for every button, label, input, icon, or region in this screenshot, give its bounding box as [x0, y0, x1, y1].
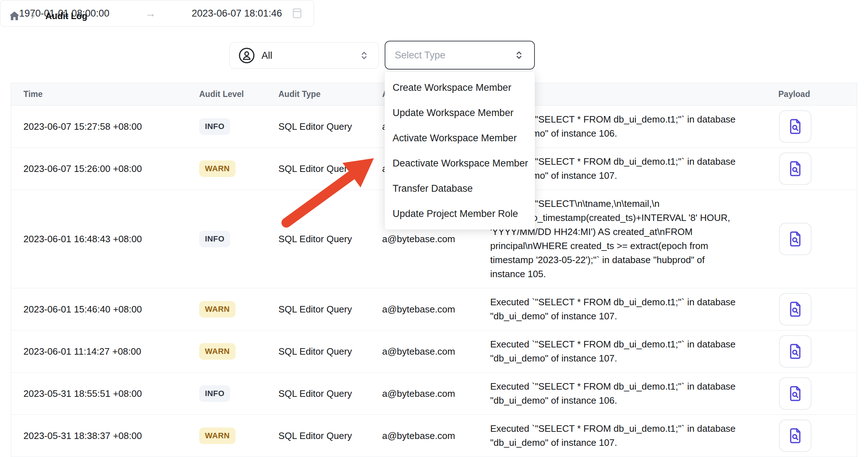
cell-audit-level: WARN — [187, 427, 266, 444]
type-filter-select[interactable]: Select Type — [385, 41, 535, 70]
audit-level-badge: INFO — [199, 118, 230, 135]
cell-payload — [766, 335, 856, 368]
file-search-icon — [787, 301, 803, 318]
cell-audit-type: SQL Editor Query — [266, 346, 370, 357]
cell-audit-level: INFO — [187, 385, 266, 402]
table-row: 2023-05-31 18:55:51 +08:00 INFO SQL Edit… — [11, 373, 857, 415]
cell-audit-type: SQL Editor Query — [266, 121, 370, 132]
file-search-icon — [787, 160, 803, 177]
cell-comment: Executed `"SELECT * FROM db_ui_demo.t1;"… — [478, 288, 766, 330]
column-header-audit-level: Audit Level — [187, 89, 266, 99]
arrow-right-icon: → — [109, 7, 192, 19]
audit-level-badge: WARN — [199, 343, 236, 360]
cell-comment: Executed `"SELECT * FROM db_ui_demo.t1;"… — [478, 330, 766, 372]
cell-comment: Executed `"SELECT * FROM db_ui_demo.t1;"… — [478, 373, 766, 414]
file-search-icon — [787, 343, 803, 360]
cell-audit-level: WARN — [187, 160, 266, 177]
cell-payload — [766, 152, 856, 185]
cell-audit-type: SQL Editor Query — [266, 304, 370, 315]
view-payload-button[interactable] — [779, 293, 811, 325]
home-icon[interactable] — [9, 10, 20, 22]
actor-filter-value: All — [261, 50, 272, 61]
file-search-icon — [787, 230, 803, 248]
view-payload-button[interactable] — [779, 152, 811, 185]
audit-level-badge: INFO — [199, 385, 230, 402]
view-payload-button[interactable] — [779, 335, 811, 368]
cell-payload — [766, 293, 856, 325]
audit-level-badge: INFO — [199, 231, 230, 247]
cell-actor: a@bytebase.com — [370, 304, 478, 315]
cell-payload — [766, 223, 856, 255]
cell-audit-level: WARN — [187, 301, 266, 318]
cell-actor: a@bytebase.com — [370, 234, 478, 245]
cell-time: 2023-06-01 11:14:27 +08:00 — [11, 346, 187, 357]
cell-time: 2023-06-01 16:48:43 +08:00 — [11, 234, 187, 245]
audit-level-badge: WARN — [199, 160, 236, 177]
file-search-icon — [787, 427, 803, 444]
type-menu-item[interactable]: Deactivate Workspace Member — [385, 151, 535, 176]
cell-time: 2023-06-07 15:27:58 +08:00 — [11, 121, 187, 132]
cell-time: 2023-05-31 18:55:51 +08:00 — [11, 388, 187, 399]
cell-comment: Executed `"SELECT * FROM db_ui_demo.t1;"… — [478, 415, 766, 457]
file-search-icon — [787, 385, 803, 402]
cell-audit-type: SQL Editor Query — [266, 163, 370, 174]
table-row: 2023-06-01 15:46:40 +08:00 WARN SQL Edit… — [11, 288, 857, 330]
type-menu-item[interactable]: Create Workspace Member — [385, 75, 535, 100]
calendar-icon — [291, 7, 303, 19]
cell-audit-level: INFO — [187, 231, 266, 247]
audit-log-page: Audit Log All Select Type 1970-01-01 08:… — [0, 0, 868, 457]
chevron-right-icon — [29, 12, 37, 20]
cell-payload — [766, 420, 856, 452]
actor-filter-select[interactable]: All — [229, 42, 379, 69]
audit-level-badge: WARN — [199, 427, 236, 444]
cell-time: 2023-06-01 15:46:40 +08:00 — [11, 304, 187, 315]
up-down-chevrons-icon — [358, 50, 370, 61]
cell-audit-level: WARN — [187, 343, 266, 360]
column-header-time: Time — [11, 89, 187, 99]
up-down-chevrons-icon — [513, 49, 525, 61]
view-payload-button[interactable] — [779, 420, 811, 452]
view-payload-button[interactable] — [779, 223, 811, 255]
type-filter-placeholder: Select Type — [395, 50, 446, 61]
cell-actor: a@bytebase.com — [370, 346, 478, 357]
person-circle-icon — [238, 47, 255, 64]
cell-actor: a@bytebase.com — [370, 388, 478, 399]
breadcrumb: Audit Log — [9, 10, 88, 22]
cell-actor: a@bytebase.com — [370, 430, 478, 442]
view-payload-button[interactable] — [779, 377, 811, 410]
cell-time: 2023-05-31 18:38:37 +08:00 — [11, 430, 187, 442]
type-menu-item[interactable]: Transfer Database — [385, 176, 535, 201]
cell-audit-type: SQL Editor Query — [266, 234, 370, 245]
type-menu-item[interactable]: Update Project Member Role — [385, 201, 535, 226]
type-select-menu: Create Workspace MemberUpdate Workspace … — [385, 72, 535, 230]
audit-level-badge: WARN — [199, 301, 236, 318]
column-header-payload: Payload — [766, 89, 856, 99]
view-payload-button[interactable] — [779, 110, 811, 143]
page-title: Audit Log — [45, 11, 88, 21]
table-row: 2023-05-31 18:38:37 +08:00 WARN SQL Edit… — [11, 415, 857, 457]
cell-time: 2023-06-07 15:26:00 +08:00 — [11, 163, 187, 174]
file-search-icon — [787, 118, 803, 135]
type-menu-item[interactable]: Update Workspace Member — [385, 100, 535, 125]
cell-audit-type: SQL Editor Query — [266, 430, 370, 442]
cell-payload — [766, 110, 856, 143]
table-row: 2023-06-01 11:14:27 +08:00 WARN SQL Edit… — [11, 330, 857, 373]
cell-payload — [766, 377, 856, 410]
type-menu-item[interactable]: Activate Workspace Member — [385, 125, 535, 151]
cell-audit-level: INFO — [187, 118, 266, 135]
date-range-end[interactable]: 2023-06-07 18:01:46 — [192, 8, 282, 19]
column-header-audit-type: Audit Type — [266, 89, 370, 99]
cell-audit-type: SQL Editor Query — [266, 388, 370, 399]
